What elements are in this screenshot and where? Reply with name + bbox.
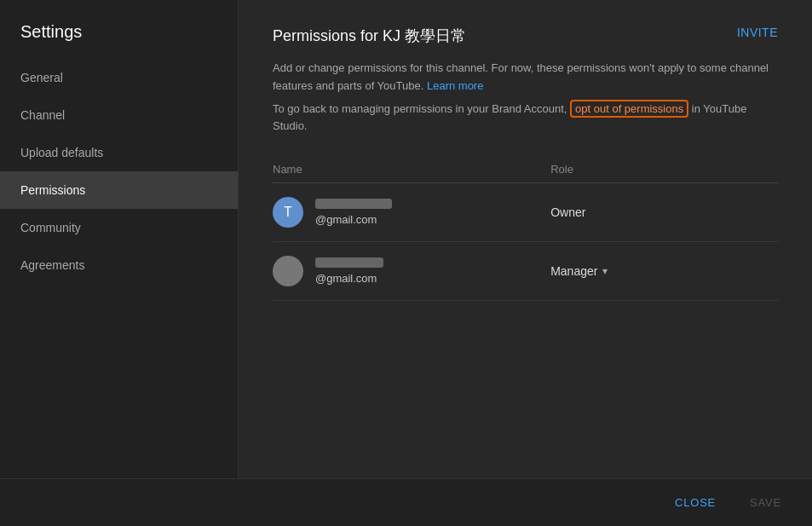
sidebar-item-community[interactable]: Community <box>0 209 238 246</box>
app-container: Settings General Channel Upload defaults… <box>0 0 812 526</box>
user-email-block-2: @gmail.com <box>315 257 383 285</box>
sidebar-item-agreements[interactable]: Agreements <box>0 246 238 284</box>
sidebar-item-upload-defaults[interactable]: Upload defaults <box>0 134 238 171</box>
table-row: T @gmail.com Owner <box>273 183 778 242</box>
avatar <box>273 256 303 286</box>
user-info-1: T @gmail.com <box>273 197 550 228</box>
col-name-header: Name <box>273 163 550 176</box>
learn-more-link[interactable]: Learn more <box>427 79 483 92</box>
chevron-down-icon[interactable]: ▾ <box>602 265 608 277</box>
user-email-block-1: @gmail.com <box>315 199 392 226</box>
sidebar-title: Settings <box>0 9 238 59</box>
table-row: @gmail.com Manager ▾ <box>273 242 778 301</box>
email-text-1: @gmail.com <box>315 213 392 226</box>
description-text: Add or change permissions for this chann… <box>273 60 778 95</box>
sidebar-item-general[interactable]: General <box>0 59 238 96</box>
table-header: Name Role <box>273 156 778 183</box>
content-area: Permissions for KJ 教學日常 INVITE Add or ch… <box>239 0 812 478</box>
permissions-header: Permissions for KJ 教學日常 INVITE <box>273 26 778 46</box>
email-blur <box>315 257 383 268</box>
user-info-2: @gmail.com <box>273 256 550 286</box>
sidebar-item-permissions[interactable]: Permissions <box>0 171 238 209</box>
sidebar-item-channel[interactable]: Channel <box>0 96 238 134</box>
email-blur <box>315 199 392 209</box>
close-button[interactable]: CLOSE <box>665 489 726 516</box>
role-label-1: Owner <box>550 205 585 219</box>
page-title: Permissions for KJ 教學日常 <box>273 26 466 46</box>
role-cell-1: Owner <box>550 205 778 219</box>
save-button[interactable]: SAVE <box>740 489 792 516</box>
email-text-2: @gmail.com <box>315 272 383 285</box>
opt-out-link[interactable]: opt out of permissions <box>570 100 688 118</box>
opt-out-text: To go back to managing permissions in yo… <box>273 101 778 136</box>
col-role-header: Role <box>550 163 778 176</box>
invite-button[interactable]: INVITE <box>737 26 778 39</box>
main-content: Settings General Channel Upload defaults… <box>0 0 812 478</box>
bottom-bar: CLOSE SAVE <box>0 478 812 526</box>
role-label-2: Manager <box>550 264 597 278</box>
role-cell-2: Manager ▾ <box>550 264 778 278</box>
sidebar: Settings General Channel Upload defaults… <box>0 0 239 478</box>
avatar: T <box>273 197 303 228</box>
